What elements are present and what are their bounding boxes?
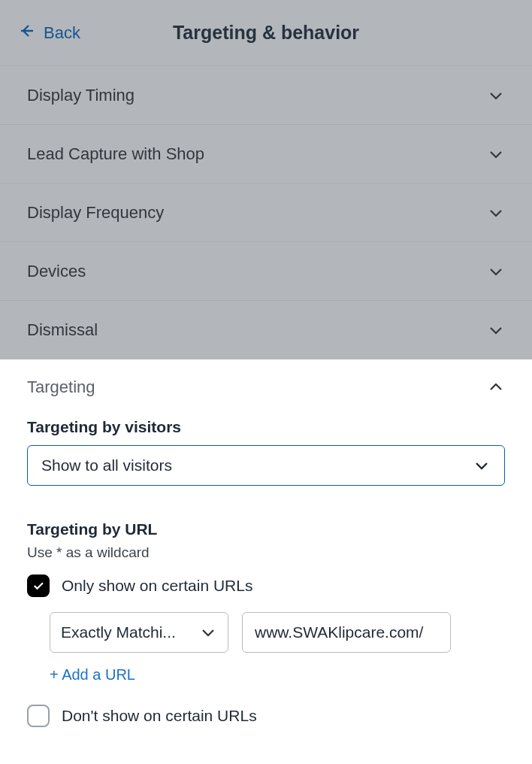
targeting-url-label: Targeting by URL	[27, 520, 505, 538]
chevron-down-icon	[199, 623, 217, 641]
chevron-down-icon	[473, 456, 491, 474]
chevron-down-icon	[487, 321, 505, 339]
accordion-devices[interactable]: Devices	[0, 242, 532, 301]
page-title: Targeting & behavior	[173, 22, 359, 44]
accordion-label: Targeting	[27, 377, 95, 397]
visitors-select[interactable]: Show to all visitors	[27, 445, 505, 486]
url-input-value: www.SWAKlipcare.com/	[255, 623, 423, 641]
dont-show-label: Don't show on certain URLs	[62, 707, 257, 725]
url-input[interactable]: www.SWAKlipcare.com/	[242, 612, 451, 653]
chevron-down-icon	[487, 262, 505, 280]
accordion-label: Dismissal	[27, 320, 98, 340]
targeting-url-hint: Use * as a wildcard	[27, 544, 505, 561]
match-mode-value: Exactly Matchi...	[61, 623, 176, 641]
accordion-lead-capture[interactable]: Lead Capture with Shop	[0, 125, 532, 183]
accordion-dismissal[interactable]: Dismissal	[0, 301, 532, 359]
back-button[interactable]: Back	[18, 0, 80, 65]
add-url-link[interactable]: + Add a URL	[50, 666, 505, 684]
only-show-checkbox[interactable]	[27, 575, 50, 597]
accordion-targeting[interactable]: Targeting	[27, 377, 505, 397]
accordion-display-timing[interactable]: Display Timing	[0, 66, 532, 125]
chevron-down-icon	[487, 86, 505, 105]
accordion-label: Display Timing	[27, 86, 135, 105]
accordion-label: Devices	[27, 262, 86, 281]
targeting-visitors-label: Targeting by visitors	[27, 418, 505, 436]
only-show-label: Only show on certain URLs	[62, 577, 252, 595]
chevron-up-icon	[487, 378, 505, 396]
match-mode-select[interactable]: Exactly Matchi...	[50, 612, 228, 653]
chevron-down-icon	[487, 204, 505, 222]
accordion-label: Lead Capture with Shop	[27, 144, 204, 164]
visitors-select-value: Show to all visitors	[41, 456, 172, 474]
chevron-down-icon	[487, 145, 505, 163]
arrow-left-icon	[18, 22, 36, 44]
back-label: Back	[44, 23, 80, 43]
dont-show-checkbox[interactable]	[27, 705, 50, 727]
accordion-display-frequency[interactable]: Display Frequency	[0, 183, 532, 242]
accordion-label: Display Frequency	[27, 203, 164, 223]
